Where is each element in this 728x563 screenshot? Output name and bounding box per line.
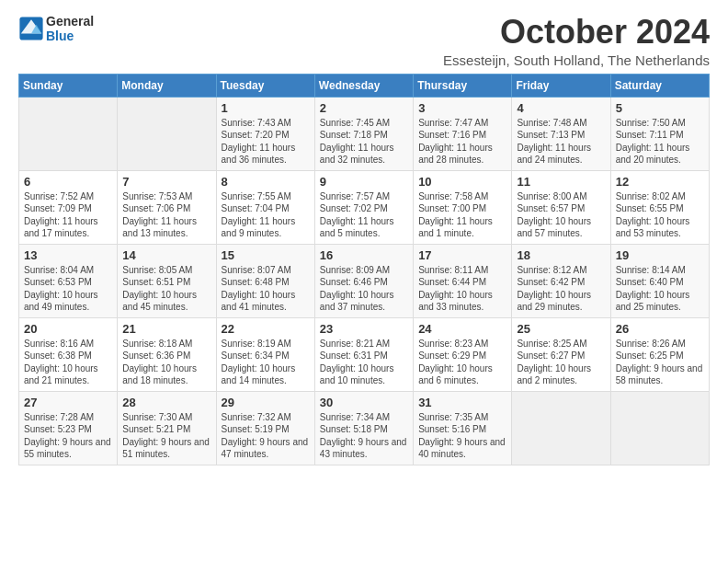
- day-info: Sunrise: 8:26 AM Sunset: 6:25 PM Dayligh…: [616, 338, 704, 387]
- calendar-cell: 4Sunrise: 7:48 AM Sunset: 7:13 PM Daylig…: [512, 97, 610, 170]
- day-number: 11: [517, 175, 605, 189]
- page: General Blue October 2024 Essesteijn, So…: [0, 0, 728, 479]
- calendar-cell: 22Sunrise: 8:19 AM Sunset: 6:34 PM Dayli…: [216, 317, 314, 391]
- day-info: Sunrise: 8:00 AM Sunset: 6:57 PM Dayligh…: [517, 190, 605, 240]
- week-row-1: 1Sunrise: 7:43 AM Sunset: 7:20 PM Daylig…: [19, 97, 710, 170]
- calendar-cell: 24Sunrise: 8:23 AM Sunset: 6:29 PM Dayli…: [414, 317, 512, 391]
- calendar-cell: 16Sunrise: 8:09 AM Sunset: 6:46 PM Dayli…: [314, 244, 413, 317]
- day-number: 29: [222, 396, 310, 409]
- day-number: 24: [418, 322, 506, 336]
- day-info: Sunrise: 7:30 AM Sunset: 5:21 PM Dayligh…: [122, 411, 210, 461]
- calendar-cell: 15Sunrise: 8:07 AM Sunset: 6:48 PM Dayli…: [216, 244, 314, 317]
- day-number: 9: [320, 175, 408, 189]
- calendar-cell: 10Sunrise: 7:58 AM Sunset: 7:00 PM Dayli…: [414, 170, 512, 244]
- weekday-header-wednesday: Wednesday: [314, 74, 413, 97]
- calendar-cell: 2Sunrise: 7:45 AM Sunset: 7:18 PM Daylig…: [314, 97, 413, 170]
- calendar-cell: [512, 391, 610, 465]
- calendar-cell: 18Sunrise: 8:12 AM Sunset: 6:42 PM Dayli…: [512, 244, 610, 317]
- day-info: Sunrise: 8:23 AM Sunset: 6:29 PM Dayligh…: [418, 338, 506, 387]
- weekday-header-sunday: Sunday: [19, 74, 118, 97]
- day-info: Sunrise: 8:04 AM Sunset: 6:53 PM Dayligh…: [24, 264, 112, 314]
- calendar-cell: 25Sunrise: 8:25 AM Sunset: 6:27 PM Dayli…: [512, 317, 610, 391]
- day-number: 14: [122, 248, 210, 262]
- day-number: 10: [418, 175, 506, 189]
- week-row-3: 13Sunrise: 8:04 AM Sunset: 6:53 PM Dayli…: [19, 244, 710, 317]
- logo-text: General Blue: [46, 14, 94, 43]
- calendar-cell: 21Sunrise: 8:18 AM Sunset: 6:36 PM Dayli…: [118, 317, 216, 391]
- day-info: Sunrise: 7:58 AM Sunset: 7:00 PM Dayligh…: [418, 190, 506, 240]
- day-info: Sunrise: 7:48 AM Sunset: 7:13 PM Dayligh…: [517, 117, 605, 167]
- day-number: 30: [320, 396, 408, 409]
- day-number: 23: [320, 322, 408, 336]
- day-number: 8: [222, 175, 310, 189]
- day-info: Sunrise: 8:05 AM Sunset: 6:51 PM Dayligh…: [122, 264, 210, 314]
- location-title: Essesteijn, South Holland, The Netherlan…: [443, 52, 710, 68]
- day-info: Sunrise: 8:07 AM Sunset: 6:48 PM Dayligh…: [222, 264, 310, 314]
- day-info: Sunrise: 8:14 AM Sunset: 6:40 PM Dayligh…: [616, 264, 704, 314]
- day-info: Sunrise: 7:52 AM Sunset: 7:09 PM Dayligh…: [24, 190, 112, 240]
- day-number: 20: [24, 322, 112, 336]
- day-info: Sunrise: 8:25 AM Sunset: 6:27 PM Dayligh…: [517, 338, 605, 387]
- day-info: Sunrise: 7:43 AM Sunset: 7:20 PM Dayligh…: [222, 117, 310, 167]
- title-section: October 2024 Essesteijn, South Holland, …: [443, 14, 710, 68]
- day-info: Sunrise: 7:32 AM Sunset: 5:19 PM Dayligh…: [222, 411, 310, 461]
- calendar-cell: 6Sunrise: 7:52 AM Sunset: 7:09 PM Daylig…: [19, 170, 118, 244]
- day-number: 28: [122, 396, 210, 409]
- week-row-2: 6Sunrise: 7:52 AM Sunset: 7:09 PM Daylig…: [19, 170, 710, 244]
- day-number: 7: [122, 175, 210, 189]
- day-number: 5: [616, 101, 704, 115]
- calendar-cell: 1Sunrise: 7:43 AM Sunset: 7:20 PM Daylig…: [216, 97, 314, 170]
- day-info: Sunrise: 7:28 AM Sunset: 5:23 PM Dayligh…: [24, 411, 112, 461]
- day-info: Sunrise: 8:12 AM Sunset: 6:42 PM Dayligh…: [517, 264, 605, 314]
- week-row-4: 20Sunrise: 8:16 AM Sunset: 6:38 PM Dayli…: [19, 317, 710, 391]
- week-row-5: 27Sunrise: 7:28 AM Sunset: 5:23 PM Dayli…: [19, 391, 710, 465]
- logo-icon: [18, 16, 44, 41]
- day-info: Sunrise: 7:55 AM Sunset: 7:04 PM Dayligh…: [222, 190, 310, 240]
- calendar-cell: 14Sunrise: 8:05 AM Sunset: 6:51 PM Dayli…: [118, 244, 216, 317]
- calendar-cell: 20Sunrise: 8:16 AM Sunset: 6:38 PM Dayli…: [19, 317, 118, 391]
- calendar-cell: 30Sunrise: 7:34 AM Sunset: 5:18 PM Dayli…: [314, 391, 413, 465]
- month-title: October 2024: [443, 14, 710, 51]
- day-number: 16: [320, 248, 408, 262]
- calendar-table: SundayMondayTuesdayWednesdayThursdayFrid…: [18, 74, 710, 465]
- day-info: Sunrise: 7:53 AM Sunset: 7:06 PM Dayligh…: [122, 190, 210, 240]
- calendar-cell: 8Sunrise: 7:55 AM Sunset: 7:04 PM Daylig…: [216, 170, 314, 244]
- weekday-header-friday: Friday: [512, 74, 610, 97]
- day-number: 21: [122, 322, 210, 336]
- calendar-cell: 28Sunrise: 7:30 AM Sunset: 5:21 PM Dayli…: [118, 391, 216, 465]
- day-info: Sunrise: 7:35 AM Sunset: 5:16 PM Dayligh…: [418, 411, 506, 461]
- day-number: 12: [616, 175, 704, 189]
- day-info: Sunrise: 8:21 AM Sunset: 6:31 PM Dayligh…: [320, 338, 408, 387]
- calendar-cell: 12Sunrise: 8:02 AM Sunset: 6:55 PM Dayli…: [610, 170, 709, 244]
- day-number: 25: [517, 322, 605, 336]
- calendar-cell: 3Sunrise: 7:47 AM Sunset: 7:16 PM Daylig…: [414, 97, 512, 170]
- day-number: 31: [418, 396, 506, 409]
- header: General Blue October 2024 Essesteijn, So…: [18, 14, 710, 68]
- weekday-header-tuesday: Tuesday: [216, 74, 314, 97]
- day-number: 4: [517, 101, 605, 115]
- day-number: 18: [517, 248, 605, 262]
- weekday-header-saturday: Saturday: [610, 74, 709, 97]
- weekday-header-monday: Monday: [118, 74, 216, 97]
- day-number: 1: [222, 101, 310, 115]
- day-info: Sunrise: 8:16 AM Sunset: 6:38 PM Dayligh…: [24, 338, 112, 387]
- day-info: Sunrise: 8:18 AM Sunset: 6:36 PM Dayligh…: [122, 338, 210, 387]
- day-info: Sunrise: 7:47 AM Sunset: 7:16 PM Dayligh…: [418, 117, 506, 167]
- day-number: 27: [24, 396, 112, 409]
- calendar-cell: 17Sunrise: 8:11 AM Sunset: 6:44 PM Dayli…: [414, 244, 512, 317]
- day-info: Sunrise: 8:02 AM Sunset: 6:55 PM Dayligh…: [616, 190, 704, 240]
- day-number: 17: [418, 248, 506, 262]
- calendar-cell: 13Sunrise: 8:04 AM Sunset: 6:53 PM Dayli…: [19, 244, 118, 317]
- day-number: 19: [616, 248, 704, 262]
- calendar-cell: 26Sunrise: 8:26 AM Sunset: 6:25 PM Dayli…: [610, 317, 709, 391]
- logo: General Blue: [18, 14, 94, 43]
- day-number: 13: [24, 248, 112, 262]
- day-info: Sunrise: 7:45 AM Sunset: 7:18 PM Dayligh…: [320, 117, 408, 167]
- day-number: 22: [222, 322, 310, 336]
- calendar-cell: 27Sunrise: 7:28 AM Sunset: 5:23 PM Dayli…: [19, 391, 118, 465]
- day-info: Sunrise: 7:50 AM Sunset: 7:11 PM Dayligh…: [616, 117, 704, 167]
- calendar-cell: [118, 97, 216, 170]
- day-info: Sunrise: 8:11 AM Sunset: 6:44 PM Dayligh…: [418, 264, 506, 314]
- calendar-cell: 7Sunrise: 7:53 AM Sunset: 7:06 PM Daylig…: [118, 170, 216, 244]
- day-number: 15: [222, 248, 310, 262]
